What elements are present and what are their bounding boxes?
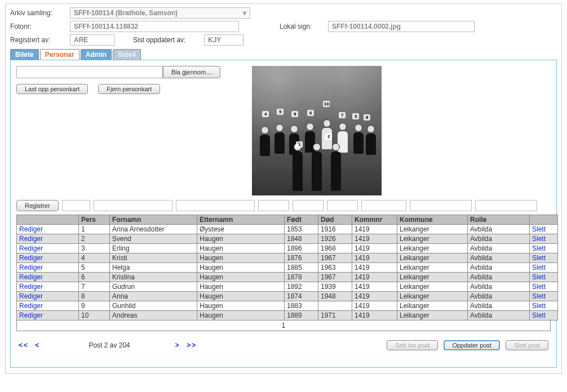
table-row: Rediger8AnnaHaugen187419481419LeikangerA… [17,292,558,301]
th-kommnr: Kommnr [352,215,397,225]
tab-side4[interactable]: Side4 [113,49,141,60]
edit-link[interactable]: Rediger [19,244,43,252]
cell-pers: 7 [79,282,110,292]
delete-link[interactable]: Slett [532,225,546,233]
cell-fodd: 1885 [285,263,318,273]
cell-etternamn: Haugen [197,282,285,292]
fotonr-input[interactable] [70,21,239,32]
th-fodd: Født [285,215,318,225]
person-photo: 4 5 9 6 10 7 3 8 1 2 [252,66,382,195]
upload-personkart-button[interactable]: Last opp personkart [16,84,88,94]
slett-post-button[interactable]: Slett post [506,340,548,350]
reg-rolle-input[interactable] [410,200,472,211]
nav-prev[interactable]: < [35,341,40,349]
cell-fodd: 1883 [285,301,318,311]
cell-pers: 3 [79,244,110,253]
cell-kommune: Leikanger [397,273,468,282]
delete-link[interactable]: Slett [532,311,546,319]
cell-rolle: Avbilda [468,244,530,253]
nav-last[interactable]: >> [187,341,197,349]
cell-etternamn: Haugen [197,253,285,263]
delete-link[interactable]: Slett [532,264,546,271]
nav-first[interactable]: << [19,341,29,349]
cell-fornamn: Anna [110,292,197,301]
cell-rolle: Avbilda [468,225,530,234]
cell-dod: 1968 [318,244,352,253]
reg-extra-input[interactable] [475,200,537,211]
cell-pers: 6 [79,273,110,282]
edit-link[interactable]: Rediger [19,235,43,243]
cell-kommnr: 1419 [352,234,397,244]
delete-link[interactable]: Slett [532,273,546,281]
browse-button[interactable]: Bla gjennom… [163,66,220,78]
edit-link[interactable]: Rediger [19,311,43,319]
cell-kommune: Leikanger [397,282,468,292]
reg-pers-input[interactable] [62,200,90,211]
photo-marker: 9 [291,111,298,117]
photo-marker: 10 [323,101,330,107]
cell-etternamn: Haugen [197,244,285,253]
edit-link[interactable]: Rediger [19,292,43,300]
cell-pers: 5 [79,263,110,273]
cell-kommune: Leikanger [397,263,468,273]
edit-link[interactable]: Rediger [19,283,43,291]
cell-rolle: Avbilda [468,263,530,273]
cell-dod: 1971 [318,311,352,320]
th-fornamn: Fornamn [110,215,197,225]
cell-fornamn: Helga [110,263,197,273]
reg-kommune-input[interactable] [361,200,406,211]
edit-link[interactable]: Rediger [19,273,43,281]
cell-pers: 4 [79,253,110,263]
edit-link[interactable]: Rediger [19,225,43,233]
file-path-input[interactable] [16,66,163,78]
chevron-down-icon: ▾ [243,9,246,17]
th-rolle: Rolle [468,215,530,225]
cell-fornamn: Andreas [110,311,197,320]
arkiv-select[interactable]: SFFf-100114 (Brathole, Samson) ▾ [70,7,250,19]
photo-marker: 5 [277,109,284,115]
reg-fodd-input[interactable] [258,200,289,211]
cell-kommnr: 1419 [352,292,397,301]
photo-marker: 2 [325,133,332,140]
registrert-input[interactable] [70,34,115,46]
tab-bilete[interactable]: Bilete [10,49,39,60]
cell-etternamn: Haugen [197,311,285,320]
th-dod: Død [318,215,352,225]
cell-dod: 1967 [318,273,352,282]
edit-link[interactable]: Rediger [19,302,43,310]
delete-link[interactable]: Slett [532,244,546,252]
photo-marker: 1 [296,141,303,148]
delete-link[interactable]: Slett [532,283,546,291]
cell-dod: 1939 [318,282,352,292]
reg-etternamn-input[interactable] [176,200,255,211]
sett-inn-post-button[interactable]: Sett inn post [387,340,438,350]
reg-kommnr-input[interactable] [327,200,358,211]
edit-link[interactable]: Rediger [19,264,43,271]
cell-dod: 1967 [318,253,352,263]
oppdater-post-button[interactable]: Oppdater post [444,340,500,350]
remove-personkart-button[interactable]: Fjern personkart [98,84,160,94]
cell-kommune: Leikanger [397,301,468,311]
tab-admin[interactable]: Admin [81,49,112,60]
registrer-button[interactable]: Registrer [16,200,59,211]
sist-input[interactable] [204,34,243,46]
cell-kommnr: 1419 [352,311,397,320]
reg-dod-input[interactable] [293,200,324,211]
cell-fornamn: Anna Arnesdotter [110,225,197,234]
th-del [530,215,558,225]
cell-pers: 9 [79,301,110,311]
table-row: Rediger6KristinaHaugen187819671419Leikan… [17,273,558,282]
nav-next[interactable]: > [175,341,180,349]
cell-pers: 8 [79,292,110,301]
table-row: Rediger7GudrunHaugen189219391419Leikange… [17,282,558,292]
reg-fornamn-input[interactable] [94,200,172,211]
edit-link[interactable]: Rediger [19,254,43,262]
photo-marker: 8 [364,114,370,121]
delete-link[interactable]: Slett [532,254,546,262]
delete-link[interactable]: Slett [532,302,546,310]
lokal-input[interactable] [328,21,475,32]
arkiv-value: SFFf-100114 (Brathole, Samson) [74,9,178,17]
delete-link[interactable]: Slett [532,235,546,243]
tab-personar[interactable]: Personar [40,49,79,60]
delete-link[interactable]: Slett [532,292,546,300]
